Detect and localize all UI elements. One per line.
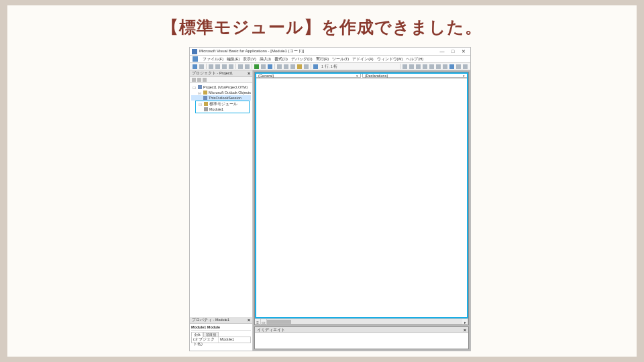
tree-this-session[interactable]: ThisOutlookSession (191, 95, 251, 101)
project-pane-close-icon[interactable]: × (248, 71, 250, 76)
project-pane-label: プロジェクト - Project1 (192, 71, 233, 76)
undo-icon[interactable] (238, 64, 243, 69)
tree-outlook-objects-label: Microsoft Outlook Objects (209, 90, 251, 95)
properties-pane-label: プロパティ - Module1 (192, 318, 229, 322)
project-toolbar (190, 77, 252, 83)
modules-highlight: ⊟ 標準モジュール Module1 (191, 101, 251, 113)
window-title: Microsoft Visual Basic for Applications … (199, 48, 437, 54)
tree-project-root-label: Project1 (VbaProject.OTM) (203, 85, 248, 89)
menu-run[interactable]: 実行(R) (316, 57, 329, 62)
menu-edit[interactable]: 編集(E) (227, 57, 239, 62)
cut-icon[interactable] (209, 64, 213, 69)
tb-extra1-icon[interactable] (402, 64, 407, 69)
properties-pane-close-icon[interactable]: × (248, 318, 250, 322)
object-browser-icon[interactable] (297, 64, 302, 69)
design-icon[interactable] (277, 64, 282, 69)
menu-help[interactable]: ヘルプ(H) (406, 57, 423, 62)
reset-icon[interactable] (268, 64, 272, 69)
maximize-button[interactable]: □ (448, 48, 458, 54)
menu-debug[interactable]: デバッグ(D) (291, 57, 313, 62)
tb-extra7-icon[interactable] (443, 64, 447, 69)
tree-this-session-label: ThisOutlookSession (209, 96, 241, 100)
procedure-view-icon[interactable]: ≡ (255, 319, 261, 325)
code-editor[interactable] (255, 79, 468, 318)
procedure-combo-value: (Declarations) (365, 74, 388, 78)
titlebar: Microsoft Visual Basic for Applications … (190, 48, 470, 56)
tree-module1-label: Module1 (209, 107, 223, 111)
tb-extra8-icon[interactable] (449, 64, 454, 69)
tree-modules-folder[interactable]: ⊟ 標準モジュール (192, 101, 250, 107)
menu-insert[interactable]: 挿入(I) (260, 57, 271, 62)
insert-icon[interactable] (199, 64, 204, 69)
procedure-combo[interactable]: (Declarations) ▾ (362, 73, 468, 78)
tb-extra2-icon[interactable] (409, 64, 414, 69)
view-code-icon[interactable] (192, 78, 196, 82)
horizontal-scrollbar[interactable] (267, 319, 462, 324)
immediate-window-close-icon[interactable]: × (464, 328, 466, 333)
menubar: ファイル(F) 編集(E) 表示(V) 挿入(I) 書式(O) デバッグ(D) … (190, 56, 470, 63)
scroll-right-icon[interactable]: ▸ (462, 319, 468, 325)
toolbox-icon[interactable] (304, 64, 309, 69)
find-icon[interactable] (229, 64, 233, 69)
properties-icon[interactable] (290, 64, 295, 69)
minimize-button[interactable]: — (437, 48, 447, 54)
project-pane-title: プロジェクト - Project1 × (190, 70, 252, 77)
toolbar: 1 行, 1 桁 (190, 63, 470, 70)
tree-modules-folder-label: 標準モジュール (209, 102, 237, 107)
tb-extra3-icon[interactable] (416, 64, 421, 69)
tb-extra10-icon[interactable] (463, 64, 468, 69)
toggle-folders-icon[interactable] (203, 78, 207, 82)
code-window: (General) ▾ (Declarations) ▾ ≡ ▭ ▸ (254, 72, 469, 325)
properties-tab-category[interactable]: 項目別 (203, 332, 219, 337)
object-combo-value: (General) (258, 74, 274, 78)
tb-extra9-icon[interactable] (456, 64, 461, 69)
tb-extra4-icon[interactable] (423, 64, 427, 69)
project-explorer-icon[interactable] (284, 64, 288, 69)
vbe-window: Microsoft Visual Basic for Applications … (189, 47, 471, 351)
properties-tab-all[interactable]: 全体 (191, 332, 203, 337)
redo-icon[interactable] (245, 64, 250, 69)
view-icon[interactable] (193, 64, 197, 69)
menu-file[interactable]: ファイル(F) (203, 57, 223, 62)
property-value-name[interactable]: Module1 (219, 337, 250, 343)
immediate-window: イミディエイト × (254, 326, 469, 349)
headline-text: 【標準モジュール】を作成できました。 (7, 16, 637, 38)
properties-pane-title: プロパティ - Module1 × (190, 317, 252, 324)
full-module-view-icon[interactable]: ▭ (261, 319, 267, 325)
chevron-down-icon: ▾ (463, 74, 465, 78)
property-key-name: (オブジェクト名) (192, 337, 219, 343)
properties-object-line: Module1 Module (191, 324, 251, 331)
immediate-input[interactable] (255, 333, 468, 349)
view-object-icon[interactable] (197, 78, 201, 82)
menu-view[interactable]: 表示(V) (243, 57, 256, 62)
tree-outlook-objects[interactable]: ⊟ Microsoft Outlook Objects (191, 90, 251, 95)
immediate-window-label: イミディエイト (257, 328, 285, 333)
help-icon[interactable] (313, 64, 318, 69)
menu-window[interactable]: ウィンドウ(W) (377, 57, 403, 62)
project-tree[interactable]: ⊟ Project1 (VbaProject.OTM) ⊟ Microsoft … (190, 83, 252, 244)
cursor-position: 1 行, 1 桁 (321, 64, 337, 69)
app-icon (192, 49, 197, 54)
tb-extra5-icon[interactable] (429, 64, 434, 69)
close-button[interactable]: ✕ (459, 48, 468, 54)
tb-extra6-icon[interactable] (436, 64, 441, 69)
property-row-name[interactable]: (オブジェクト名) Module1 (192, 337, 250, 343)
menu-tools[interactable]: ツール(T) (332, 57, 349, 62)
menu-format[interactable]: 書式(O) (274, 57, 288, 62)
app-logo-icon (193, 56, 198, 62)
tree-module1[interactable]: Module1 (192, 107, 250, 112)
menu-addins[interactable]: アドイン(A) (352, 57, 373, 62)
paste-icon[interactable] (222, 64, 227, 69)
copy-icon[interactable] (215, 64, 220, 69)
chevron-down-icon: ▾ (356, 74, 358, 78)
tree-project-root[interactable]: ⊟ Project1 (VbaProject.OTM) (191, 84, 251, 90)
object-combo[interactable]: (General) ▾ (256, 73, 361, 78)
run-icon[interactable] (254, 64, 259, 69)
break-icon[interactable] (261, 64, 266, 69)
